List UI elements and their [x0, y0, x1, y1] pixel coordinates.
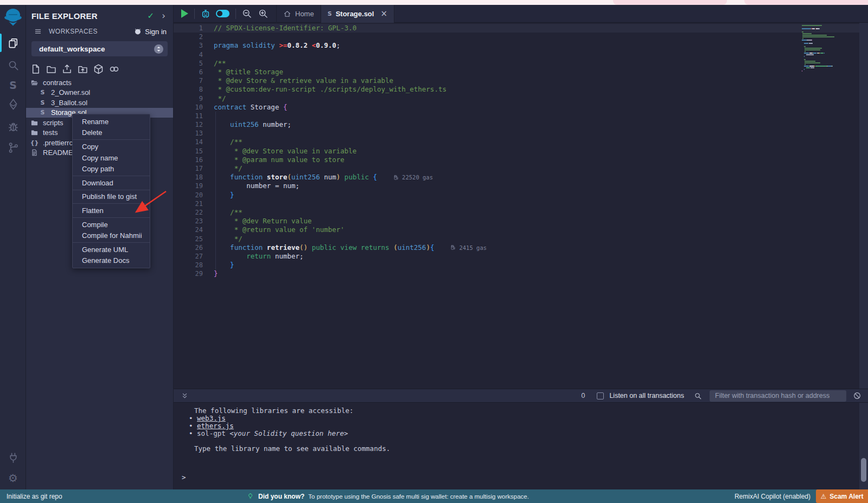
code-line[interactable]: 24 * @return value of 'number'	[174, 225, 859, 234]
code-line[interactable]: 6 * @title Storage	[174, 68, 859, 76]
code-line[interactable]: 16 * @param num value to store	[174, 156, 859, 164]
code-line[interactable]: 26 function retrieve() public view retur…	[174, 243, 859, 252]
code-line[interactable]: 22 /**	[174, 208, 859, 217]
sign-in-button[interactable]: Sign in	[145, 28, 167, 36]
code-line[interactable]: 20 }	[174, 191, 859, 199]
context-menu-item-download[interactable]: Download	[73, 177, 150, 189]
rail-solidity-compiler-button[interactable]: S	[0, 76, 26, 94]
code-line[interactable]: 2	[174, 33, 859, 41]
code-lines: 1// SPDX-License-Identifier: GPL-3.023pr…	[174, 24, 859, 278]
run-script-button[interactable]	[181, 9, 188, 18]
tree-item-label: scripts	[43, 119, 63, 127]
tree-item-3-ballot-sol[interactable]: S3_Ballot.sol	[26, 98, 173, 108]
code-line[interactable]: 9 */	[174, 94, 859, 103]
code-line[interactable]: 10contract Storage {	[174, 103, 859, 112]
rail-settings-button[interactable]: ⚙	[0, 469, 26, 487]
scrollbar-thumb[interactable]	[861, 458, 866, 482]
code-text: * @dev Return value	[214, 217, 312, 225]
tree-item-contracts[interactable]: contracts	[26, 78, 173, 88]
tree-item-2-owner-sol[interactable]: S2_Owner.sol	[26, 88, 173, 98]
code-line[interactable]: 7 * @dev Store & retrieve value in a var…	[174, 76, 859, 85]
code-line[interactable]: 3pragma solidity >=0.8.2 <0.9.0;	[174, 41, 859, 50]
context-menu-item-rename[interactable]: Rename	[73, 116, 150, 127]
ai-copilot-toggle[interactable]	[216, 10, 229, 17]
rail-git-button[interactable]	[0, 138, 26, 157]
terminal-prompt[interactable]: >	[182, 473, 186, 481]
code-line[interactable]: 27 return number;	[174, 252, 859, 261]
code-line[interactable]: 8 * @custom:dev-run-script ./scripts/dep…	[174, 85, 859, 94]
code-line[interactable]: 13	[174, 129, 859, 138]
scam-alert-button[interactable]: ⚠ Scam Alert	[816, 489, 868, 503]
code-line[interactable]: 19 number = num;	[174, 182, 859, 190]
clear-console-icon[interactable]	[853, 391, 861, 400]
transaction-filter-input[interactable]	[710, 390, 846, 402]
context-menu-item-copy[interactable]: Copy	[73, 141, 150, 152]
rail-debugger-button[interactable]	[0, 117, 26, 136]
terminal-search-icon[interactable]	[694, 392, 702, 400]
tab-storage-sol[interactable]: SStorage.sol×	[321, 5, 394, 23]
context-menu-item-delete[interactable]: Delete	[73, 127, 150, 139]
zoom-out-icon[interactable]	[241, 8, 252, 19]
code-line[interactable]: 21	[174, 199, 859, 208]
code-line[interactable]: 14 /**	[174, 138, 859, 146]
tab-label: Storage.sol	[336, 10, 374, 18]
expand-terminal-icon[interactable]	[181, 392, 189, 400]
check-icon[interactable]: ✓	[148, 12, 155, 20]
tab-close-icon[interactable]: ×	[380, 9, 387, 18]
code-line[interactable]: 15 * @dev Store value in variable	[174, 147, 859, 156]
rail-file-explorer-button[interactable]	[0, 34, 26, 52]
context-menu-item-compile-for-nahmii[interactable]: Compile for Nahmii	[73, 230, 150, 241]
minimap-line	[802, 70, 840, 72]
code-line[interactable]: 17 */	[174, 164, 859, 173]
code-line[interactable]: 4	[174, 50, 859, 59]
context-menu-item-copy-name[interactable]: Copy name	[73, 152, 150, 164]
new-folder-icon[interactable]	[46, 63, 57, 75]
terminal-link[interactable]: web3.js	[197, 414, 226, 422]
copilot-status[interactable]: RemixAI Copilot (enabled)	[735, 493, 810, 500]
workspace-select[interactable]: default_workspace	[31, 41, 168, 56]
context-menu-item-copy-path[interactable]: Copy path	[73, 163, 150, 175]
code-line[interactable]: 29}	[174, 269, 859, 278]
context-menu-item-compile[interactable]: Compile	[73, 219, 150, 230]
import-url-icon[interactable]	[108, 63, 120, 75]
ipfs-box-icon[interactable]	[93, 63, 104, 75]
ai-assistant-robot-icon[interactable]	[200, 8, 211, 19]
minimap[interactable]	[802, 25, 840, 72]
terminal-line: Type the library name to see available c…	[174, 445, 859, 453]
code-line[interactable]: 5/**	[174, 59, 859, 68]
context-menu-item-generate-uml[interactable]: Generate UML	[73, 244, 150, 255]
code-text: }	[214, 269, 218, 278]
rail-deploy-run-button[interactable]	[0, 95, 26, 113]
remix-logo-icon[interactable]	[3, 8, 23, 26]
context-menu-item-generate-docs[interactable]: Generate Docs	[73, 255, 150, 267]
listen-all-transactions-checkbox[interactable]	[597, 392, 604, 399]
code-line[interactable]: 1// SPDX-License-Identifier: GPL-3.0	[174, 24, 859, 33]
init-git-repo-button[interactable]: Initialize as git repo	[7, 493, 62, 500]
rail-plugin-manager-button[interactable]	[0, 448, 26, 467]
context-menu-item-publish-file-to-gist[interactable]: Publish file to gist	[73, 191, 150, 203]
line-number: 28	[174, 261, 214, 269]
code-line[interactable]: 12 uint256 number;	[174, 120, 859, 129]
settings-icon: ⚙	[7, 472, 20, 485]
code-line[interactable]: 25 */	[174, 235, 859, 243]
code-text: return number;	[214, 252, 304, 261]
line-number: 18	[174, 173, 214, 182]
code-line[interactable]: 18 function store(uint256 num) public {2…	[174, 173, 859, 182]
terminal-output[interactable]: The following libraries are accessible:•…	[174, 403, 859, 489]
context-menu-item-flatten[interactable]: Flatten	[73, 205, 150, 216]
code-line[interactable]: 23 * @dev Return value	[174, 217, 859, 225]
chevron-right-icon[interactable]: ›	[162, 11, 165, 21]
line-number: 25	[174, 235, 214, 243]
upload-file-icon[interactable]	[61, 63, 73, 75]
terminal-link[interactable]: ethers.js	[197, 422, 234, 430]
hamburger-menu-icon[interactable]	[34, 28, 42, 35]
zoom-in-icon[interactable]	[258, 8, 269, 19]
code-editor[interactable]: 1// SPDX-License-Identifier: GPL-3.023pr…	[174, 23, 859, 389]
new-file-icon[interactable]	[30, 63, 41, 75]
code-line[interactable]: 28 }	[174, 261, 859, 269]
upload-folder-icon[interactable]	[77, 63, 88, 75]
scrollbar-track[interactable]	[859, 23, 868, 489]
code-line[interactable]: 11	[174, 112, 859, 120]
rail-search-button[interactable]	[0, 56, 26, 74]
tab-home[interactable]: Home	[276, 5, 321, 23]
